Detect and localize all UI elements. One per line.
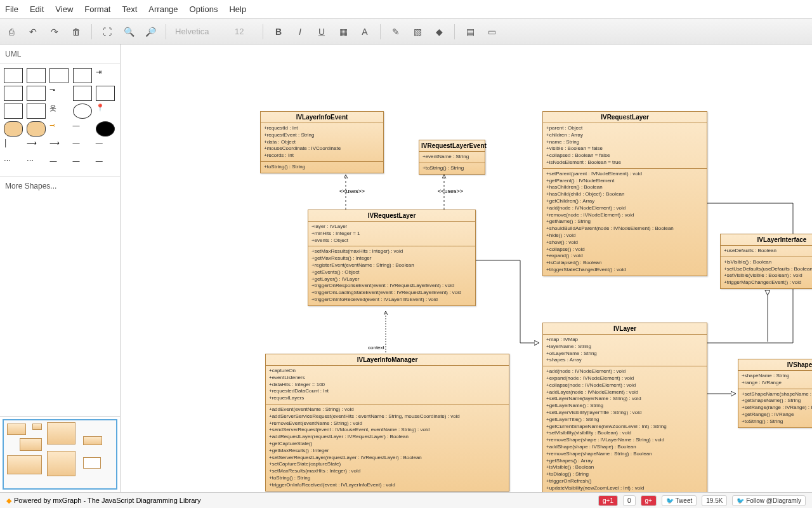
shape-line[interactable]: ⟶: [27, 139, 46, 154]
menu-edit[interactable]: Edit: [30, 4, 44, 14]
uml-class[interactable]: IVLayerInfoManager +captureOn+eventListe…: [265, 354, 509, 491]
menu-options[interactable]: Options: [190, 4, 218, 14]
shape-pin[interactable]: 📍: [96, 104, 115, 119]
menu-text[interactable]: Text: [122, 4, 137, 14]
outline-view[interactable]: [3, 419, 117, 490]
redo-icon[interactable]: ↷: [48, 25, 61, 38]
shape-rect[interactable]: [96, 86, 115, 101]
underline-icon[interactable]: U: [315, 25, 328, 38]
class-attrs: +map : IVMap+layerName : String+olLayerN…: [543, 335, 707, 366]
fit-icon[interactable]: ⛶: [101, 25, 114, 38]
class-ops: +isVisible() : Boolean+setUseDefaults(us…: [721, 257, 812, 288]
uml-class[interactable]: IVRequestLayer +parent : Object+children…: [542, 111, 707, 276]
shape-fork[interactable]: ⤙: [49, 121, 69, 137]
shape-round[interactable]: [27, 121, 46, 137]
shape-arrow[interactable]: ⇥: [96, 68, 115, 83]
class-ops: +add(node : IVNodeElement) : void+expand…: [543, 366, 707, 492]
uml-class[interactable]: IVLayerInterface +useDefaults : Boolean …: [720, 234, 812, 289]
class-ops: +toString() : String: [261, 162, 383, 173]
menu-file[interactable]: File: [5, 4, 18, 14]
undo-icon[interactable]: ↶: [27, 25, 39, 38]
toolbar: ⎙ ↶ ↷ 🗑 ⛶ 🔍 🔎 Helvetica 12 B I U ▦ A ✎ ▧…: [0, 19, 812, 44]
shape-rect[interactable]: [73, 68, 92, 83]
menu-arrange[interactable]: Arrange: [148, 4, 178, 14]
shape-line[interactable]: —: [49, 157, 69, 172]
class-title: IVLayer: [543, 323, 707, 335]
svg-text:<<uses>>: <<uses>>: [339, 188, 365, 194]
class-title: IVShape: [738, 359, 812, 371]
sidebar: UML ⇥ ⊸ 옷 📍 ⤙ — │ ⟶ ⟶ — —: [0, 44, 121, 492]
class-attrs: +shapeName : String+range : IVRange: [738, 371, 812, 389]
shape-line[interactable]: ⋯: [27, 157, 46, 172]
shape-palette: ⇥ ⊸ 옷 📍 ⤙ — │ ⟶ ⟶ — — ⋯ ⋯ — — —: [0, 64, 120, 176]
shape-rect[interactable]: [27, 68, 46, 83]
class-ops: +toString() : String: [419, 163, 485, 174]
shape-round[interactable]: [4, 121, 23, 137]
svg-text:<<uses>>: <<uses>>: [438, 188, 463, 194]
class-title: IVLayerInfoEvent: [261, 112, 383, 123]
font-selector[interactable]: Helvetica: [175, 27, 226, 36]
uml-class[interactable]: IVShape +shapeName : String+range : IVRa…: [738, 359, 812, 428]
shape-rect[interactable]: [4, 68, 23, 83]
more-shapes-link[interactable]: More Shapes...: [0, 176, 120, 196]
zoom-in-icon[interactable]: 🔍: [122, 25, 135, 38]
color-icon[interactable]: ◆: [433, 25, 445, 38]
class-ops: +setParent(parent : IVNodeElement) : voi…: [543, 169, 707, 276]
shape-ellipse[interactable]: [73, 104, 92, 119]
align-icon[interactable]: ▦: [337, 25, 350, 38]
class-title: IVRequestLayer: [543, 112, 707, 123]
delete-icon[interactable]: 🗑: [70, 25, 82, 38]
shape-dot[interactable]: [96, 121, 115, 137]
uml-class[interactable]: IVRequestLayerEvent +eventName : String …: [419, 140, 485, 175]
shape-rect[interactable]: [4, 86, 23, 101]
class-title: IVLayerInfoManager: [266, 354, 509, 366]
workspace: UML ⇥ ⊸ 옷 📍 ⤙ — │ ⟶ ⟶ — —: [0, 44, 812, 492]
shape-actor[interactable]: 옷: [49, 104, 69, 119]
menu-format[interactable]: Format: [84, 4, 110, 14]
uml-class[interactable]: IVLayerInfoEvent +requestId : Int+reques…: [260, 111, 384, 173]
class-ops: +setMaxResults(maxHits : Integer) : void…: [308, 246, 475, 305]
shape-rect[interactable]: [49, 68, 69, 83]
shape-line[interactable]: —: [73, 121, 92, 137]
zoom-out-icon[interactable]: 🔎: [144, 25, 157, 38]
shape-line[interactable]: │: [4, 139, 23, 154]
sidebar-title[interactable]: UML: [0, 44, 120, 64]
shape-rect[interactable]: [27, 104, 46, 119]
class-ops: +addEvent(eventName : String) : void+add…: [266, 404, 509, 491]
class-title: IVRequestLayer: [308, 210, 475, 222]
shape-lolli[interactable]: ⊸: [49, 86, 69, 101]
shape-icon[interactable]: ▭: [485, 25, 498, 38]
shape-line[interactable]: ⟶: [49, 139, 69, 154]
class-attrs: +parent : Object+children : Array+name :…: [543, 123, 707, 169]
class-attrs: +captureOn+eventListeners+dataHits : Int…: [266, 366, 509, 404]
shape-line[interactable]: —: [73, 139, 92, 154]
bold-icon[interactable]: B: [272, 25, 285, 38]
fill-icon[interactable]: ▧: [411, 25, 424, 38]
menu-help[interactable]: Help: [229, 4, 246, 14]
pencil-icon[interactable]: ✎: [390, 25, 402, 38]
uml-class[interactable]: IVLayer +map : IVMap+layerName : String+…: [542, 323, 707, 492]
class-attrs: +requestId : Int+requestEvent : String+d…: [261, 123, 383, 162]
text-color-icon[interactable]: A: [358, 25, 371, 38]
class-attrs: +useDefaults : Boolean: [721, 246, 812, 257]
print-icon[interactable]: ⎙: [5, 25, 18, 38]
shape-line[interactable]: —: [96, 139, 115, 154]
shape-line[interactable]: —: [96, 157, 115, 172]
menu-view[interactable]: View: [55, 4, 73, 14]
class-title: IVRequestLayerEvent: [419, 140, 485, 152]
shape-line[interactable]: —: [73, 157, 92, 172]
layer-icon[interactable]: ▤: [464, 25, 476, 38]
italic-icon[interactable]: I: [294, 25, 306, 38]
shape-rect[interactable]: [4, 104, 23, 119]
shape-rect[interactable]: [73, 86, 92, 101]
class-ops: +setShapeName(shapeName : String) : void…: [738, 389, 812, 427]
shape-rect[interactable]: [27, 86, 46, 101]
menubar: File Edit View Format Text Arrange Optio…: [0, 0, 812, 19]
class-attrs: +layer : IVLayer+minHits : Integer = 1+e…: [308, 222, 475, 246]
class-attrs: +eventName : String: [419, 152, 485, 163]
uml-class[interactable]: IVRequestLayer +layer : IVLayer+minHits …: [308, 210, 476, 306]
class-title: IVLayerInterface: [721, 234, 812, 246]
canvas[interactable]: <<uses>> <<uses>> context IVLayerInfoEve…: [121, 44, 812, 492]
shape-line[interactable]: ⋯: [4, 157, 23, 172]
font-size-selector[interactable]: 12: [235, 27, 254, 36]
